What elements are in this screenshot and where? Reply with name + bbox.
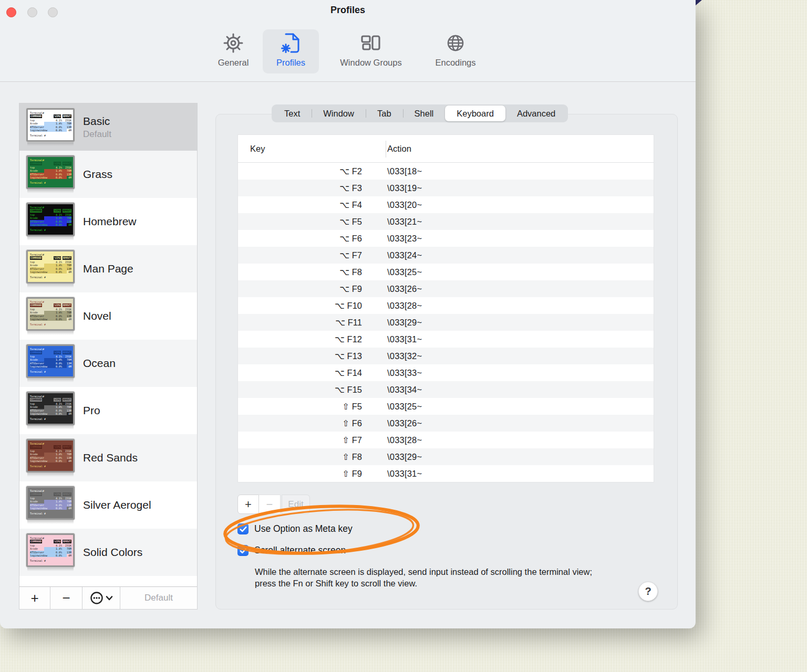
tab-keyboard[interactable]: Keyboard — [445, 106, 505, 121]
profile-name: Basic — [83, 115, 111, 128]
checkmark-icon — [240, 526, 247, 532]
key-cell: ⌥ F15 — [238, 385, 374, 395]
scroll-alternate-screen-label[interactable]: Scroll alternate screen — [254, 545, 346, 556]
keyboard-table-row[interactable]: ⇧ F8 \033[29~ — [238, 448, 654, 465]
keyboard-table-row[interactable]: ⇧ F6 \033[26~ — [238, 415, 654, 432]
keyboard-table-row[interactable]: ⌥ F8 \033[25~ — [238, 264, 654, 280]
key-cell: ⌥ F14 — [238, 368, 374, 378]
help-button[interactable]: ? — [638, 582, 658, 601]
use-option-as-meta-key-label[interactable]: Use Option as Meta key — [254, 523, 353, 534]
table-edit-buttons: + − Edit — [237, 495, 310, 514]
globe-icon — [444, 29, 467, 57]
tab-window[interactable]: Window — [312, 106, 366, 121]
toolbar-label-profiles: Profiles — [276, 58, 305, 68]
profile-list-item[interactable]: Terminal# COMMAND%CPURPRVT top4.1%231KXc… — [19, 151, 197, 198]
keyboard-table-row[interactable]: ⌥ F6 \033[23~ — [238, 230, 654, 247]
set-default-button[interactable]: Default — [120, 587, 197, 609]
action-cell: \033[31~ — [374, 334, 422, 344]
action-cell: \033[28~ — [374, 301, 422, 311]
profile-list-item[interactable]: Terminal# COMMAND%CPURPRVT top4.1%231KXc… — [19, 103, 197, 151]
action-cell: \033[29~ — [374, 452, 422, 462]
profile-name: Pro — [83, 404, 100, 417]
key-cell: ⇧ F8 — [238, 452, 374, 462]
keyboard-table-row[interactable]: ⇧ F9 \033[31~ — [238, 465, 654, 482]
tab-tab[interactable]: Tab — [366, 106, 403, 121]
toolbar-item-window-groups[interactable]: Window Groups — [325, 29, 417, 74]
keyboard-table-row[interactable]: ⇧ F7 \033[28~ — [238, 432, 654, 448]
action-cell: \033[24~ — [374, 250, 422, 260]
toolbar-label-window-groups: Window Groups — [340, 58, 401, 68]
action-cell: \033[33~ — [374, 368, 422, 378]
action-cell: \033[25~ — [374, 402, 422, 412]
profile-list-item[interactable]: Terminal# COMMAND%CPURPRVT top4.1%231KXc… — [19, 340, 197, 387]
keyboard-table-row[interactable]: ⌥ F5 \033[21~ — [238, 213, 654, 230]
action-cell: \033[21~ — [374, 217, 422, 227]
remove-key-button[interactable]: − — [259, 495, 281, 514]
add-key-button[interactable]: + — [237, 495, 259, 514]
profile-thumbnail: Terminal# COMMAND%CPURPRVT top4.1%231KXc… — [26, 439, 75, 477]
keyboard-table-row[interactable]: ⌥ F9 \033[26~ — [238, 280, 654, 297]
action-cell: \033[31~ — [374, 469, 422, 479]
profile-list-item[interactable]: Terminal# COMMAND%CPURPRVT top4.1%231KXc… — [19, 245, 197, 292]
action-cell: \033[34~ — [374, 385, 422, 395]
keyboard-table-row[interactable]: ⌥ F4 \033[20~ — [238, 196, 654, 213]
use-option-as-meta-key-checkbox[interactable] — [237, 523, 249, 534]
table-header[interactable]: Key Action — [238, 135, 654, 163]
keyboard-table-row[interactable]: ⌥ F15 \033[34~ — [238, 381, 654, 398]
profile-thumbnail: Terminal# COMMAND%CPURPRVT top4.1%231KXc… — [26, 297, 75, 335]
keyboard-table-row[interactable]: ⌥ F11 \033[29~ — [238, 314, 654, 331]
profile-thumbnail: Terminal# COMMAND%CPURPRVT top4.1%231KXc… — [26, 108, 75, 146]
keyboard-table-row[interactable]: ⌥ F13 \033[32~ — [238, 348, 654, 364]
profile-list-item[interactable]: Terminal# COMMAND%CPURPRVT top4.1%231KXc… — [19, 198, 197, 245]
toolbar-item-encodings[interactable]: Encodings — [423, 29, 488, 74]
checkmark-icon — [240, 548, 247, 554]
remove-profile-button[interactable]: − — [50, 587, 82, 609]
column-header-key[interactable]: Key — [238, 144, 374, 154]
tab-text[interactable]: Text — [273, 106, 312, 121]
profile-name: Ocean — [83, 357, 116, 370]
toolbar-label-general: General — [218, 58, 249, 68]
action-cell: \033[25~ — [374, 267, 422, 277]
question-mark-icon: ? — [645, 585, 651, 597]
key-cell: ⌥ F13 — [238, 351, 374, 361]
action-cell: \033[19~ — [374, 183, 422, 193]
tab-shell[interactable]: Shell — [403, 106, 446, 121]
sidebar-footer-bar: + − Default — [19, 586, 197, 609]
keyboard-table-row[interactable]: ⌥ F14 \033[33~ — [238, 364, 654, 381]
keyboard-table-row[interactable]: ⌥ F7 \033[24~ — [238, 247, 654, 264]
tab-advanced[interactable]: Advanced — [505, 106, 567, 121]
profile-list-item[interactable]: Terminal# COMMAND%CPURPRVT top4.1%231KXc… — [19, 529, 197, 576]
keyboard-table-row[interactable]: ⌥ F2 \033[18~ — [238, 163, 654, 180]
profile-name: Grass — [83, 168, 112, 181]
scroll-alternate-screen-checkbox[interactable] — [237, 545, 249, 556]
terminal-preferences-window: Profiles General — [0, 0, 696, 628]
toolbar-item-general[interactable]: General — [209, 29, 257, 74]
keyboard-table-row[interactable]: ⌥ F12 \033[31~ — [238, 331, 654, 348]
column-divider — [386, 141, 386, 158]
keyboard-table-row[interactable]: ⌥ F3 \033[19~ — [238, 180, 654, 196]
key-cell: ⇧ F9 — [238, 469, 374, 479]
profile-list-item[interactable]: Terminal# COMMAND%CPURPRVT top4.1%231KXc… — [19, 481, 197, 529]
action-cell: \033[28~ — [374, 435, 422, 445]
toolbar-label-encodings: Encodings — [435, 58, 475, 68]
profile-thumbnail: Terminal# COMMAND%CPURPRVT top4.1%231KXc… — [26, 344, 75, 382]
action-cell: \033[20~ — [374, 200, 422, 210]
key-cell: ⌥ F5 — [238, 217, 374, 227]
key-cell: ⇧ F5 — [238, 402, 374, 412]
titlebar: Profiles General — [0, 0, 696, 82]
keyboard-table-body: ⌥ F2 \033[18~ ⌥ F3 \033[19~ ⌥ F4 \033[20… — [238, 163, 654, 482]
action-cell: \033[18~ — [374, 166, 422, 176]
profile-list-item[interactable]: Terminal# COMMAND%CPURPRVT top4.1%231KXc… — [19, 387, 197, 434]
profile-actions-menu-button[interactable] — [82, 587, 120, 609]
keyboard-table-row[interactable]: ⌥ F10 \033[28~ — [238, 297, 654, 314]
profile-list-item[interactable]: Terminal# COMMAND%CPURPRVT top4.1%231KXc… — [19, 434, 197, 481]
add-profile-button[interactable]: + — [19, 587, 50, 609]
document-gear-icon — [280, 29, 303, 57]
profile-list-item[interactable]: Terminal# COMMAND%CPURPRVT top4.1%231KXc… — [19, 292, 197, 340]
toolbar-item-profiles[interactable]: Profiles — [263, 29, 319, 74]
column-header-action[interactable]: Action — [374, 144, 411, 154]
alternate-screen-help-text: While the alternate screen is displayed,… — [255, 566, 607, 589]
keyboard-table-row[interactable]: ⇧ F5 \033[25~ — [238, 398, 654, 415]
keyboard-shortcuts-table: Key Action ⌥ F2 \033[18~ ⌥ F3 \033[19~ ⌥… — [237, 134, 654, 482]
profile-thumbnail: Terminal# COMMAND%CPURPRVT top4.1%231KXc… — [26, 155, 75, 193]
